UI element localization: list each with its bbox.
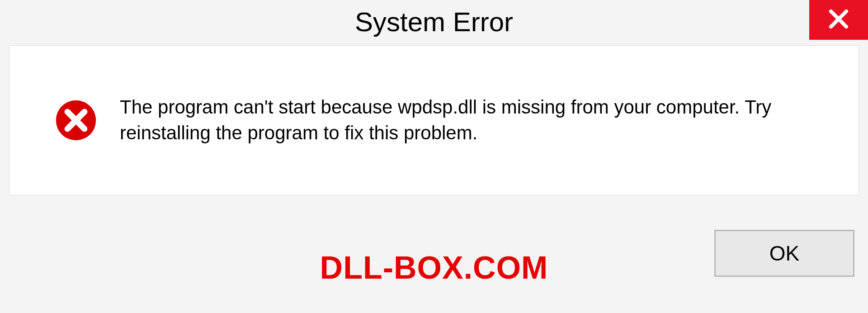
dialog-title: System Error <box>355 6 513 38</box>
title-bar: System Error <box>0 0 868 45</box>
ok-button-label: OK <box>769 241 799 266</box>
error-icon <box>55 99 97 142</box>
watermark-text: DLL-BOX.COM <box>320 250 548 286</box>
dialog-footer: DLL-BOX.COM OK <box>0 195 868 313</box>
dialog-message: The program can't start because wpdsp.dl… <box>120 95 831 146</box>
close-icon <box>828 9 849 31</box>
close-button[interactable] <box>809 0 868 40</box>
dialog-content: The program can't start because wpdsp.dl… <box>9 45 859 195</box>
ok-button[interactable]: OK <box>714 230 854 277</box>
